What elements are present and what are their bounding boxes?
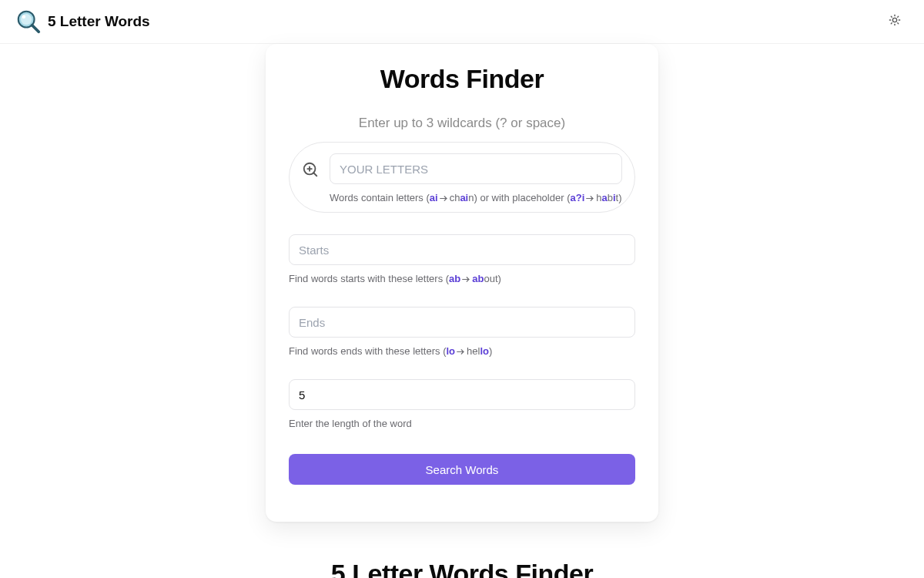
brand-title: 5 Letter Words: [48, 13, 150, 30]
magnifying-glass-icon: [15, 8, 42, 35]
length-field: Enter the length of the word: [289, 379, 635, 429]
svg-line-14: [313, 173, 316, 176]
theme-toggle-button[interactable]: [881, 8, 909, 35]
app-header: 5 Letter Words: [0, 0, 924, 44]
svg-line-7: [891, 16, 892, 17]
svg-line-8: [898, 23, 899, 24]
svg-point-4: [892, 18, 896, 22]
letters-input[interactable]: [330, 153, 622, 184]
svg-line-3: [32, 25, 39, 32]
starts-field: Find words starts with these letters (ab…: [289, 234, 635, 285]
length-hint: Enter the length of the word: [289, 418, 635, 429]
arrow-right-icon: [457, 346, 465, 358]
below-section: 5 Letter Words Finder Enhance your word …: [100, 559, 824, 578]
starts-hint: Find words starts with these letters (ab…: [289, 273, 635, 285]
wildcards-hint: Enter up to 3 wildcards (? or space): [289, 116, 635, 131]
card-title: Words Finder: [289, 64, 635, 94]
arrow-right-icon: [462, 274, 470, 285]
svg-line-11: [891, 23, 892, 24]
below-title: 5 Letter Words Finder: [100, 559, 824, 578]
brand[interactable]: 5 Letter Words: [15, 8, 150, 35]
ends-input[interactable]: [289, 307, 635, 338]
ends-field: Find words ends with these letters (lohe…: [289, 307, 635, 358]
finder-card: Words Finder Enter up to 3 wildcards (? …: [266, 44, 658, 522]
arrow-right-icon: [440, 193, 448, 204]
letters-hint: Words contain letters (aichain) or with …: [330, 192, 622, 204]
main-container: Words Finder Enter up to 3 wildcards (? …: [0, 44, 924, 578]
svg-point-2: [22, 15, 26, 19]
sun-icon: [889, 14, 901, 29]
search-button[interactable]: Search Words: [289, 454, 635, 485]
starts-input[interactable]: [289, 234, 635, 265]
zoom-in-icon: [302, 161, 319, 178]
ends-hint: Find words ends with these letters (lohe…: [289, 345, 635, 358]
letters-section: Words contain letters (aichain) or with …: [289, 142, 635, 213]
length-input[interactable]: [289, 379, 635, 410]
arrow-right-icon: [586, 193, 594, 204]
svg-line-12: [898, 16, 899, 17]
